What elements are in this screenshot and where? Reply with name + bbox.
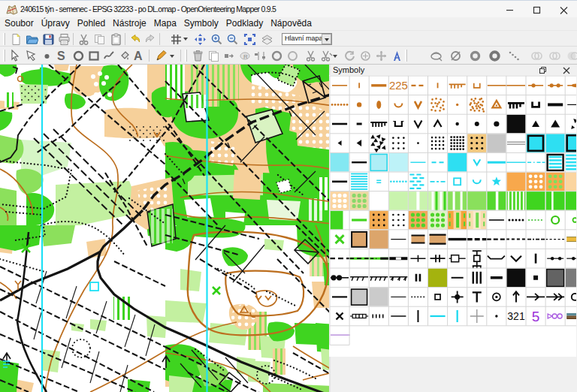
svg-text:321: 321 [507, 310, 525, 322]
svg-text:225: 225 [389, 79, 408, 92]
svg-text:5: 5 [532, 309, 540, 324]
svg-text:R: R [243, 53, 248, 60]
